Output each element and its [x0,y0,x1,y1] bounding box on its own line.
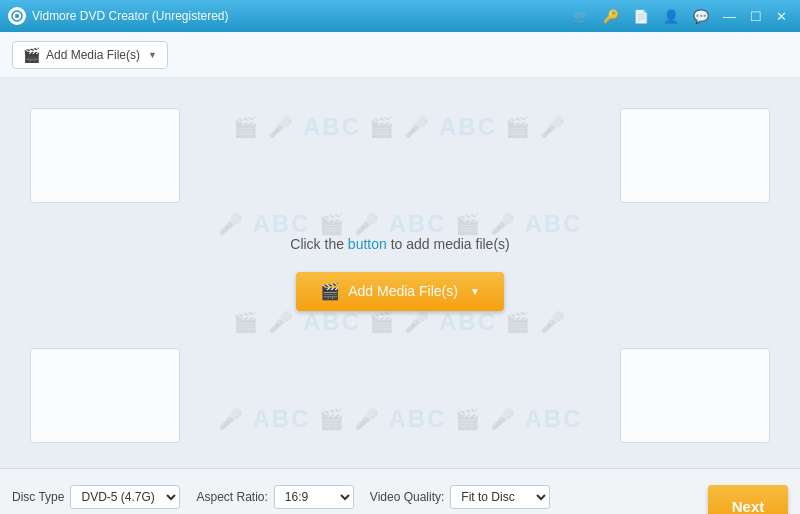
toolbar: 🎬 Add Media File(s) ▼ [0,32,800,78]
video-quality-group: Video Quality: Fit to Disc High Medium L… [370,485,551,509]
bottom-left: Disc Type DVD-5 (4.7G) DVD-9 (8.5G) Blu-… [12,477,696,514]
preview-card-top-left [30,108,180,203]
title-bar-controls: 🛒 🔑 📄 👤 💬 — ☐ ✕ [568,7,792,26]
bottom-main: Disc Type DVD-5 (4.7G) DVD-9 (8.5G) Blu-… [12,477,788,514]
bottom-controls: Disc Type DVD-5 (4.7G) DVD-9 (8.5G) Blu-… [12,477,696,514]
cart-icon[interactable]: 🛒 [568,7,594,26]
disc-type-label: Disc Type [12,490,64,504]
video-quality-select[interactable]: Fit to Disc High Medium Low [450,485,550,509]
add-media-center-button[interactable]: 🎬 Add Media File(s) ▼ [296,272,504,311]
add-media-toolbar-icon: 🎬 [23,47,40,63]
center-dropdown-arrow-icon: ▼ [470,286,480,297]
preview-card-bottom-left [30,348,180,443]
center-content: Click the button to add media file(s) 🎬 … [290,236,509,311]
preview-card-top-right [620,108,770,203]
key-icon[interactable]: 🔑 [598,7,624,26]
close-icon[interactable]: ✕ [771,7,792,26]
aspect-ratio-group: Aspect Ratio: 16:9 4:3 [196,485,353,509]
title-bar: Vidmore DVD Creator (Unregistered) 🛒 🔑 📄… [0,0,800,32]
disc-type-select[interactable]: DVD-5 (4.7G) DVD-9 (8.5G) Blu-ray 25G Bl… [70,485,180,509]
add-media-center-label: Add Media File(s) [348,283,458,299]
aspect-ratio-label: Aspect Ratio: [196,490,267,504]
user-icon[interactable]: 👤 [658,7,684,26]
toolbar-dropdown-arrow-icon: ▼ [148,50,157,60]
bottom-bar: Disc Type DVD-5 (4.7G) DVD-9 (8.5G) Blu-… [0,468,800,514]
file-icon[interactable]: 📄 [628,7,654,26]
disc-type-group: Disc Type DVD-5 (4.7G) DVD-9 (8.5G) Blu-… [12,485,180,509]
svg-point-1 [15,14,19,18]
add-media-toolbar-button[interactable]: 🎬 Add Media File(s) ▼ [12,41,168,69]
main-drop-area: 🎬 🎤 ABC 🎬 🎤 ABC 🎬 🎤 🎤 ABC 🎬 🎤 ABC 🎬 🎤 AB… [0,78,800,468]
aspect-ratio-select[interactable]: 16:9 4:3 [274,485,354,509]
add-media-center-icon: 🎬 [320,282,340,301]
maximize-icon[interactable]: ☐ [745,7,767,26]
app-title: Vidmore DVD Creator (Unregistered) [32,9,568,23]
add-media-toolbar-label: Add Media File(s) [46,48,140,62]
instruction-text: Click the button to add media file(s) [290,236,509,252]
app-logo [8,7,26,25]
chat-icon[interactable]: 💬 [688,7,714,26]
minimize-icon[interactable]: — [718,7,741,26]
preview-card-bottom-right [620,348,770,443]
video-quality-label: Video Quality: [370,490,445,504]
next-button[interactable]: Next [708,485,788,515]
